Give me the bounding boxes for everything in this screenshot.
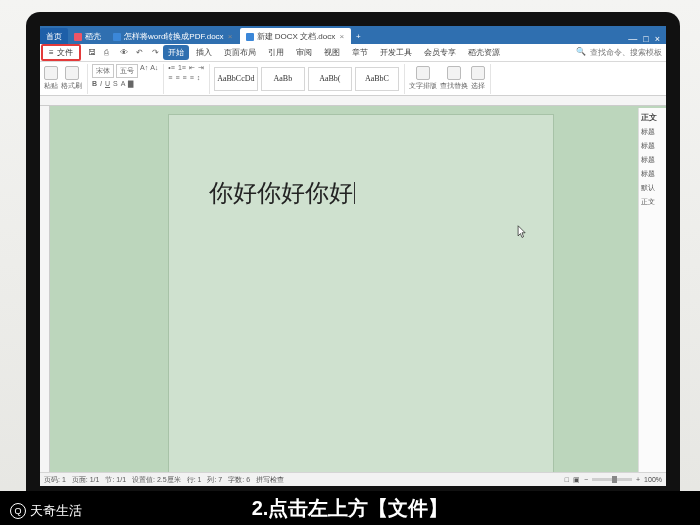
status-spell[interactable]: 拼写检查 <box>256 475 284 485</box>
italic-icon[interactable]: I <box>100 80 102 88</box>
file-label: 文件 <box>57 47 73 58</box>
print-icon[interactable]: ⎙ <box>99 46 113 59</box>
home-tab-label: 首页 <box>46 31 62 42</box>
document-body-text[interactable]: 你好你好你好 <box>209 177 355 209</box>
tab-start[interactable]: 开始 <box>163 45 189 60</box>
vertical-ruler[interactable] <box>40 106 50 472</box>
window-min-icon[interactable]: — <box>628 34 637 44</box>
increase-font-icon[interactable]: A↑ <box>140 64 148 78</box>
document-page[interactable]: 你好你好你好 <box>168 114 554 472</box>
indent-inc-icon[interactable]: ⇥ <box>198 64 204 72</box>
font-name-select[interactable]: 宋体 <box>92 64 114 78</box>
tab-member[interactable]: 会员专享 <box>419 45 461 60</box>
highlight-icon[interactable]: ▇ <box>128 80 133 88</box>
tab-review[interactable]: 审阅 <box>291 45 317 60</box>
style-item[interactable]: 标题 <box>641 169 664 179</box>
view-mode-icon[interactable]: □ <box>565 476 569 483</box>
font-size-select[interactable]: 五号 <box>116 64 138 78</box>
style-item[interactable]: 正文 <box>641 197 664 207</box>
text-tools-label: 文字排版 <box>409 81 437 91</box>
align-right-icon[interactable]: ≡ <box>183 74 187 81</box>
style-h1[interactable]: AaBb <box>261 67 305 91</box>
clipboard-icon <box>44 66 58 80</box>
align-justify-icon[interactable]: ≡ <box>190 74 194 81</box>
menu-bar: ≡ 文件 🖫 ⎙ 👁 ↶ ↷ 开始 插入 页面布局 引用 审阅 视图 章节 开发… <box>40 44 666 62</box>
zoom-out-icon[interactable]: − <box>584 476 588 483</box>
home-tab[interactable]: 首页 <box>40 28 68 44</box>
indent-dec-icon[interactable]: ⇤ <box>189 64 195 72</box>
undo-icon[interactable]: ↶ <box>131 46 145 59</box>
horizontal-ruler[interactable] <box>40 96 666 106</box>
mouse-cursor-icon <box>517 225 527 239</box>
body-text: 你好你好你好 <box>209 180 353 206</box>
doc-tab-0[interactable]: 稻壳 <box>68 28 107 44</box>
title-tab-bar: 首页 稻壳 怎样将word转换成PDF.docx × 新建 DOCX 文档.do… <box>40 26 666 44</box>
doc-tab-label: 新建 DOCX 文档.docx <box>257 31 336 42</box>
view-mode-icon[interactable]: ▣ <box>573 476 580 484</box>
strike-icon[interactable]: S <box>113 80 118 88</box>
watermark: Q 天奇生活 <box>10 502 82 520</box>
font-color-icon[interactable]: A <box>121 80 126 88</box>
doc-tab-2[interactable]: 新建 DOCX 文档.docx × <box>240 28 352 44</box>
style-item[interactable]: 标题 <box>641 127 664 137</box>
format-painter-button[interactable]: 格式刷 <box>61 66 82 91</box>
close-icon[interactable]: × <box>227 32 234 41</box>
line-spacing-icon[interactable]: ↕ <box>197 74 201 81</box>
status-page: 页码: 1 <box>44 475 66 485</box>
search-placeholder[interactable]: 查找命令、搜索模板 <box>590 47 662 58</box>
style-item[interactable]: 标题 <box>641 141 664 151</box>
align-center-icon[interactable]: ≡ <box>175 74 179 81</box>
preview-icon[interactable]: 👁 <box>115 46 129 59</box>
window-max-icon[interactable]: □ <box>643 34 648 44</box>
style-h3[interactable]: AaBbC <box>355 67 399 91</box>
status-line: 行: 1 <box>187 475 202 485</box>
align-left-icon[interactable]: ≡ <box>168 74 172 81</box>
zoom-value[interactable]: 100% <box>644 476 662 483</box>
bold-icon[interactable]: B <box>92 80 97 88</box>
tab-view[interactable]: 视图 <box>319 45 345 60</box>
monitor-frame: 首页 稻壳 怎样将word转换成PDF.docx × 新建 DOCX 文档.do… <box>26 12 680 510</box>
ribbon-toolbar: 粘贴 格式刷 宋体 五号 A↑ A↓ B I U S <box>40 62 666 96</box>
window-close-icon[interactable]: × <box>655 34 660 44</box>
number-list-icon[interactable]: 1≡ <box>178 64 186 72</box>
status-pages: 页面: 1/1 <box>72 475 100 485</box>
underline-icon[interactable]: U <box>105 80 110 88</box>
style-normal[interactable]: AaBbCcDd <box>214 67 258 91</box>
close-icon[interactable]: × <box>338 32 345 41</box>
tab-layout[interactable]: 页面布局 <box>219 45 261 60</box>
tab-resource[interactable]: 稻壳资源 <box>463 45 505 60</box>
watermark-text: 天奇生活 <box>30 502 82 520</box>
word-icon <box>113 33 121 41</box>
status-chars: 字数: 6 <box>228 475 250 485</box>
zoom-slider[interactable] <box>592 478 632 481</box>
find-replace-button[interactable]: 查找替换 <box>440 66 468 91</box>
screen: 首页 稻壳 怎样将word转换成PDF.docx × 新建 DOCX 文档.do… <box>40 26 666 486</box>
bullet-list-icon[interactable]: •≡ <box>168 64 175 72</box>
tab-section[interactable]: 章节 <box>347 45 373 60</box>
watermark-icon: Q <box>10 503 26 519</box>
save-icon[interactable]: 🖫 <box>83 46 97 59</box>
window-controls: — □ × <box>628 34 666 44</box>
style-item[interactable]: 标题 <box>641 155 664 165</box>
paste-label: 粘贴 <box>44 81 58 91</box>
style-item[interactable]: 默认 <box>641 183 664 193</box>
zoom-in-icon[interactable]: + <box>636 476 640 483</box>
decrease-font-icon[interactable]: A↓ <box>150 64 158 78</box>
paste-button[interactable]: 粘贴 <box>44 66 58 91</box>
tab-reference[interactable]: 引用 <box>263 45 289 60</box>
plus-icon: + <box>356 32 361 41</box>
doc-tab-label: 怎样将word转换成PDF.docx <box>124 31 224 42</box>
file-menu-button[interactable]: ≡ 文件 <box>41 44 81 61</box>
text-tools-button[interactable]: 文字排版 <box>409 66 437 91</box>
tab-dev[interactable]: 开发工具 <box>375 45 417 60</box>
new-tab-button[interactable]: + <box>351 28 365 44</box>
tab-insert[interactable]: 插入 <box>191 45 217 60</box>
doc-tab-1[interactable]: 怎样将word转换成PDF.docx × <box>107 28 240 44</box>
format-painter-label: 格式刷 <box>61 81 82 91</box>
doc-tab-label: 稻壳 <box>85 31 101 42</box>
search-icon[interactable]: 🔍 <box>576 47 586 58</box>
status-section: 节: 1/1 <box>105 475 126 485</box>
select-button[interactable]: 选择 <box>471 66 485 91</box>
redo-icon[interactable]: ↷ <box>147 46 161 59</box>
style-h2[interactable]: AaBb( <box>308 67 352 91</box>
